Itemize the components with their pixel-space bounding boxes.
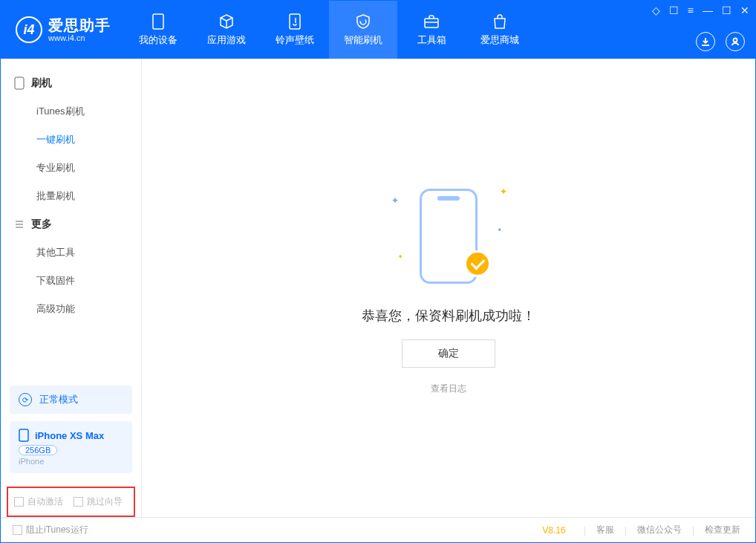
checkbox-box (14, 497, 24, 507)
tab-label: 铃声壁纸 (276, 33, 314, 47)
header-right-buttons (696, 32, 745, 51)
app-title: 爱思助手 (48, 17, 111, 33)
body: 刷机 iTunes刷机 一键刷机 专业刷机 批量刷机 更多 其他工具 下载固件 … (1, 59, 755, 517)
refresh-icon: ⟳ (19, 393, 32, 406)
footer: 阻止iTunes运行 V8.16 | 客服 | 微信公众号 | 检查更新 (1, 517, 755, 542)
footer-link-service[interactable]: 客服 (593, 524, 617, 536)
maximize-button[interactable]: ☐ (722, 5, 731, 16)
success-message: 恭喜您，保资料刷机成功啦！ (362, 307, 535, 325)
logo[interactable]: i4 爱思助手 www.i4.cn (1, 1, 124, 59)
tab-label: 爱思商城 (480, 33, 519, 47)
device-capacity: 256GB (19, 445, 57, 455)
shield-refresh-icon (354, 13, 372, 30)
sidebar-group-more: 更多 (1, 210, 141, 238)
svg-rect-1 (290, 14, 300, 29)
sidebar: 刷机 iTunes刷机 一键刷机 专业刷机 批量刷机 更多 其他工具 下载固件 … (1, 59, 142, 517)
app-window: i4 爱思助手 www.i4.cn 我的设备 应用游戏 铃声壁纸 智能刷机 (0, 0, 756, 543)
footer-link-update[interactable]: 检查更新 (702, 524, 743, 536)
tab-toolbox[interactable]: 工具箱 (397, 1, 466, 59)
sidebar-item-batch-flash[interactable]: 批量刷机 (1, 182, 141, 210)
ok-button[interactable]: 确定 (402, 339, 495, 368)
svg-rect-5 (19, 429, 28, 441)
tab-label: 工具箱 (417, 33, 446, 47)
checkbox-row-highlighted: 自动激活 跳过向导 (7, 487, 135, 517)
list-icon (14, 219, 25, 230)
device-info-card[interactable]: iPhone XS Max 256GB iPhone (10, 421, 132, 473)
minimize-button[interactable]: — (703, 5, 713, 16)
sparkle-icon: • (498, 225, 501, 235)
tab-smart-flash[interactable]: 智能刷机 (329, 1, 397, 59)
svg-rect-0 (153, 14, 163, 29)
checkbox-box (74, 497, 83, 507)
device-type: iPhone (19, 457, 123, 466)
sparkle-icon: ✦ (391, 195, 399, 206)
view-log-link[interactable]: 查看日志 (431, 383, 466, 395)
sidebar-item-download-firmware[interactable]: 下载固件 (1, 267, 141, 295)
tab-ringtone-wallpaper[interactable]: 铃声壁纸 (261, 1, 329, 59)
tab-label: 智能刷机 (344, 33, 382, 47)
checkbox-skip-guide[interactable]: 跳过向导 (74, 495, 123, 508)
checkbox-label: 自动激活 (27, 495, 63, 508)
download-button[interactable] (696, 32, 715, 51)
checkbox-block-itunes[interactable]: 阻止iTunes运行 (13, 524, 88, 536)
tab-apps-games[interactable]: 应用游戏 (192, 1, 261, 59)
cube-icon (218, 13, 235, 30)
sidebar-item-pro-flash[interactable]: 专业刷机 (1, 154, 141, 182)
checkmark-badge-icon (464, 250, 491, 277)
sidebar-group-flash: 刷机 (1, 69, 141, 97)
app-url: www.i4.cn (48, 33, 111, 42)
device-cards: ⟳ 正常模式 iPhone XS Max 256GB iPhone (1, 386, 141, 481)
tab-label: 我的设备 (139, 33, 177, 47)
checkbox-box (13, 525, 22, 535)
sidebar-item-advanced[interactable]: 高级功能 (1, 295, 141, 323)
skin-icon[interactable]: ◇ (652, 5, 660, 16)
svg-rect-4 (15, 77, 24, 89)
svg-rect-2 (425, 19, 438, 27)
sidebar-item-onekey-flash[interactable]: 一键刷机 (1, 126, 141, 154)
logo-icon: i4 (16, 16, 42, 43)
tab-my-device[interactable]: 我的设备 (124, 1, 192, 59)
device-mode-card[interactable]: ⟳ 正常模式 (10, 386, 132, 414)
footer-link-wechat[interactable]: 微信公众号 (634, 524, 685, 536)
phone-icon (149, 13, 167, 30)
menu-icon[interactable]: ≡ (688, 5, 694, 16)
group-label: 更多 (31, 218, 52, 231)
tab-label: 应用游戏 (207, 33, 246, 47)
phone-icon (19, 429, 29, 442)
close-button[interactable]: ✕ (740, 5, 749, 16)
checkbox-label: 跳过向导 (87, 495, 123, 508)
device-mode-label: 正常模式 (39, 393, 78, 406)
checkbox-label: 阻止iTunes运行 (26, 524, 88, 536)
toolbox-icon (423, 13, 440, 30)
device-name: iPhone XS Max (35, 430, 104, 441)
sidebar-item-other-tools[interactable]: 其他工具 (1, 238, 141, 267)
shopping-bag-icon (491, 13, 509, 30)
sparkle-icon: ✦ (500, 186, 507, 197)
sparkle-icon: • (399, 252, 402, 262)
group-label: 刷机 (31, 77, 52, 90)
svg-point-3 (734, 39, 737, 42)
success-illustration: ✦ ✦ • • (385, 181, 512, 292)
version-label: V8.16 (542, 525, 565, 536)
device-icon (14, 77, 25, 90)
header: i4 爱思助手 www.i4.cn 我的设备 应用游戏 铃声壁纸 智能刷机 (1, 1, 755, 59)
main-content: ✦ ✦ • • 恭喜您，保资料刷机成功啦！ 确定 查看日志 (142, 59, 755, 517)
feedback-icon[interactable]: ☐ (669, 5, 679, 16)
checkbox-auto-activate[interactable]: 自动激活 (14, 495, 63, 508)
sidebar-item-itunes-flash[interactable]: iTunes刷机 (1, 97, 141, 126)
music-note-icon (286, 13, 304, 30)
header-tabs: 我的设备 应用游戏 铃声壁纸 智能刷机 工具箱 爱思商城 (124, 1, 534, 59)
window-controls: ◇ ☐ ≡ — ☐ ✕ (652, 5, 749, 16)
tab-store[interactable]: 爱思商城 (466, 1, 534, 59)
user-button[interactable] (726, 32, 745, 51)
